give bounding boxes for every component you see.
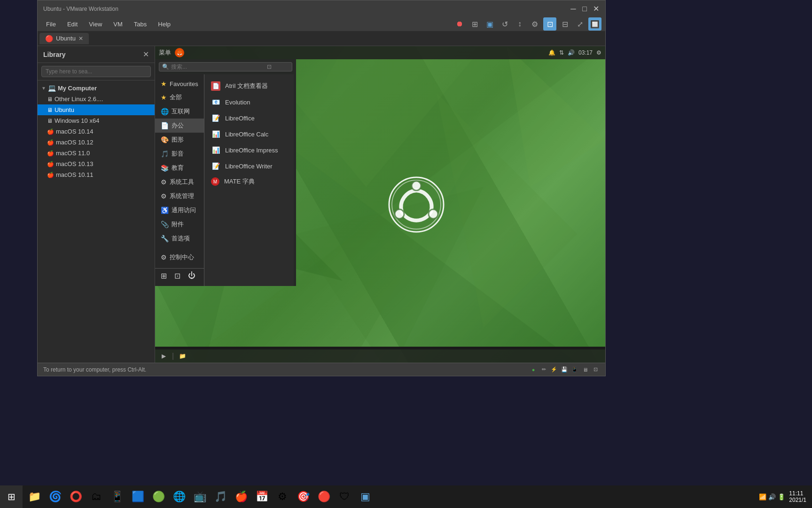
menu-category-preferences[interactable]: 🔧 首选项	[155, 231, 204, 246]
tab-close-button[interactable]: ✕	[78, 35, 83, 42]
taskbar-icon-13[interactable]: ⚙	[273, 487, 292, 507]
search-clear-icon[interactable]: ⊡	[267, 64, 272, 70]
taskbar-icon-16[interactable]: 🛡	[335, 487, 354, 507]
sidebar-search-input[interactable]	[41, 66, 151, 77]
status-icon-6[interactable]: 🖥	[581, 365, 589, 374]
toolbar-btn-6[interactable]: ⚙	[528, 17, 541, 31]
menu-view[interactable]: View	[84, 20, 107, 29]
taskbar-icon-8[interactable]: 🌐	[169, 487, 189, 507]
ubuntu-network-icon[interactable]: ⇅	[559, 49, 564, 56]
close-button[interactable]: ✕	[592, 5, 600, 13]
taskbar-icon-1[interactable]: 📁	[24, 487, 44, 507]
menu-app-impress[interactable]: 📊 LibreOffice Impress	[204, 142, 294, 158]
ubuntu-volume-icon[interactable]: 🔊	[568, 49, 575, 56]
taskbar-icons-right: 📶 🔊 🔋	[759, 493, 785, 500]
logout-button[interactable]: ⊞	[161, 271, 167, 280]
menu-category-system-admin[interactable]: ⚙ 系统管理	[155, 189, 204, 203]
taskbar-icon-9[interactable]: 📺	[190, 487, 210, 507]
sidebar-item-other-linux[interactable]: 🖥 Other Linux 2.6....	[38, 94, 155, 104]
toolbar-btn-9[interactable]: ⤢	[573, 17, 586, 31]
taskbar-vmware[interactable]: ▣	[355, 487, 375, 507]
menu-category-accessories[interactable]: 📎 附件	[155, 217, 204, 231]
menu-app-mate-dictionary[interactable]: M MATE 字典	[204, 174, 294, 189]
menu-category-control-center[interactable]: ⚙ 控制中心	[155, 250, 204, 264]
menu-vm[interactable]: VM	[109, 20, 127, 29]
ubuntu-notif-icon[interactable]: 🔔	[548, 49, 555, 56]
status-icon-4[interactable]: 💾	[560, 365, 569, 374]
taskbar-icon-11[interactable]: 🍎	[231, 487, 251, 507]
menu-category-accessibility[interactable]: ♿ 通用访问	[155, 203, 204, 217]
power-button[interactable]: ⏻	[188, 271, 195, 280]
menu-category-system-tools[interactable]: ⚙ 系统工具	[155, 175, 204, 189]
menu-right: 📄 Atril 文档查看器 📧 Evolution 📝 LibreOffice	[204, 74, 294, 286]
menu-category-education[interactable]: 📚 教育	[155, 161, 204, 175]
sidebar-close-button[interactable]: ✕	[143, 50, 149, 59]
taskbar-icon-2[interactable]: 🌀	[45, 487, 65, 507]
ubuntu-taskbar-files[interactable]: 📁	[177, 350, 188, 362]
toolbar-btn-7[interactable]: ⊡	[543, 17, 556, 31]
menu-category-graphics[interactable]: 🎨 图形	[155, 133, 204, 147]
menu-app-evolution[interactable]: 📧 Evolution	[204, 94, 294, 110]
start-button[interactable]: ⊞	[0, 485, 23, 508]
sidebar-item-macos1014[interactable]: 🍎 macOS 10.14	[38, 126, 155, 137]
menu-category-internet[interactable]: 🌐 互联网	[155, 104, 204, 119]
all-icon: ★	[161, 94, 167, 101]
taskbar-icon-7[interactable]: 🟢	[148, 487, 168, 507]
minimize-button[interactable]: ─	[570, 5, 577, 13]
menu-app-atril[interactable]: 📄 Atril 文档查看器	[204, 78, 294, 94]
sidebar-item-macos1013[interactable]: 🍎 macOS 10.13	[38, 159, 155, 169]
menu-category-office[interactable]: 📄 办公	[155, 119, 204, 133]
tab-ubuntu[interactable]: 🔴 Ubuntu ✕	[39, 33, 89, 44]
taskbar-battery-icon[interactable]: 🔋	[778, 493, 785, 500]
toolbar-btn-3[interactable]: ▣	[483, 17, 496, 31]
ubuntu-settings-icon[interactable]: ⚙	[596, 49, 601, 56]
taskbar-icon-5[interactable]: 📱	[107, 487, 127, 507]
menu-category-video[interactable]: 🎵 影音	[155, 147, 204, 161]
menu-category-all[interactable]: ★ 全部	[155, 90, 204, 104]
toolbar-btn-5[interactable]: ↕	[513, 17, 526, 31]
start-menu: 🔍 ⊡ ★ Favourites ★	[155, 59, 296, 286]
taskbar-icon-12[interactable]: 📅	[252, 487, 272, 507]
status-icon-7[interactable]: ⊡	[591, 365, 600, 374]
taskbar-icon-14[interactable]: 🎯	[293, 487, 313, 507]
sidebar-item-macos1011[interactable]: 🍎 macOS 10.11	[38, 169, 155, 180]
menu-app-writer[interactable]: 📝 LibreOffice Writer	[204, 158, 294, 174]
education-icon: 📚	[161, 164, 169, 172]
ubuntu-taskbar-terminal[interactable]: ▶	[158, 350, 169, 362]
menu-app-libreoffice[interactable]: 📝 LibreOffice	[204, 110, 294, 126]
menu-tabs[interactable]: Tabs	[129, 20, 151, 29]
lock-button[interactable]: ⊡	[174, 271, 180, 280]
taskbar-wifi-icon[interactable]: 📶	[759, 493, 766, 500]
toolbar-btn-8[interactable]: ⊟	[558, 17, 571, 31]
status-icons: ● ✏ ⚡ 💾 📱 🖥 ⊡	[529, 365, 600, 374]
taskbar-volume-icon[interactable]: 🔊	[768, 493, 776, 500]
taskbar-icon-10[interactable]: 🎵	[211, 487, 230, 507]
taskbar-icon-3[interactable]: ⭕	[66, 487, 86, 507]
vm-screen[interactable]: 菜单 🦊 🔔 ⇅ 🔊 03:17 ⚙ 🔍	[155, 46, 605, 363]
taskbar-icon-15[interactable]: 🔴	[314, 487, 334, 507]
toolbar-btn-10[interactable]: 🔲	[588, 17, 601, 31]
sidebar-item-windows10[interactable]: 🖥 Windows 10 x64	[38, 115, 155, 126]
sidebar-item-my-computer[interactable]: ▼ 💻 My Computer	[38, 82, 155, 94]
toolbar-btn-4[interactable]: ↺	[498, 17, 511, 31]
taskbar-icon-4[interactable]: 🗂	[86, 487, 106, 507]
menu-app-calc[interactable]: 📊 LibreOffice Calc	[204, 126, 294, 142]
menu-category-favourites[interactable]: ★ Favourites	[155, 77, 204, 90]
ubuntu-menu-label[interactable]: 菜单	[159, 48, 171, 57]
menu-search-input[interactable]	[171, 64, 265, 70]
status-icon-1[interactable]: ●	[529, 365, 538, 374]
toolbar-btn-1[interactable]: ⏺	[453, 17, 466, 31]
taskbar-icons: 📁 🌀 ⭕ 🗂 📱 🟦 🟢 🌐 📺 🎵 🍎 📅 ⚙ 🎯 🔴 🛡 ▣	[23, 487, 759, 507]
sidebar-item-ubuntu[interactable]: 🖥 Ubuntu	[38, 104, 155, 115]
status-icon-5[interactable]: 📱	[570, 365, 579, 374]
status-icon-3[interactable]: ⚡	[550, 365, 558, 374]
menu-edit[interactable]: Edit	[62, 20, 82, 29]
maximize-button[interactable]: □	[581, 5, 588, 13]
toolbar-btn-2[interactable]: ⊞	[468, 17, 481, 31]
sidebar-item-macos1012[interactable]: 🍎 macOS 10.12	[38, 137, 155, 148]
sidebar-item-macos110[interactable]: 🍎 macOS 11.0	[38, 148, 155, 159]
status-icon-2[interactable]: ✏	[539, 365, 548, 374]
menu-help[interactable]: Help	[153, 20, 175, 29]
taskbar-icon-6[interactable]: 🟦	[128, 487, 148, 507]
menu-file[interactable]: File	[41, 20, 61, 29]
